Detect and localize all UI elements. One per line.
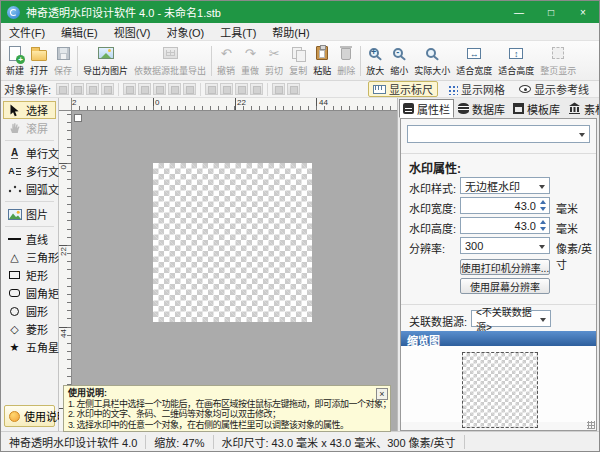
thumbnail-header: 缩览图	[401, 331, 596, 346]
tool-panel: 选择 滚屏 A 单行文字 A 多行文字 圆弧文字 图片	[1, 98, 59, 431]
zoom-out-button[interactable]: 缩小	[387, 43, 411, 79]
tool-circle[interactable]: 圆形	[3, 302, 56, 320]
open-button[interactable]: 打开	[27, 43, 51, 79]
paste-button[interactable]: 粘贴	[310, 43, 334, 79]
fit-width-button[interactable]: 适合宽度	[453, 43, 495, 79]
zoom-in-button[interactable]: 放大	[363, 43, 387, 79]
menu-help[interactable]: 帮助(H)	[264, 24, 317, 40]
diamond-icon: ◇	[7, 324, 22, 335]
width-stepper[interactable]: 43.0	[460, 197, 550, 214]
resolution-combo[interactable]: 300	[460, 237, 550, 254]
tool-star[interactable]: ★ 五角星	[3, 338, 56, 356]
datasource-combo[interactable]: <不关联数据源>	[471, 310, 551, 327]
tool-arc-text[interactable]: 圆弧文字	[3, 180, 56, 198]
tool-rounded-rectangle[interactable]: 圆角矩形	[3, 284, 56, 302]
thumbnail-preview	[462, 352, 538, 428]
actual-size-button[interactable]: 实际大小	[411, 43, 453, 79]
resize-grip-icon[interactable]	[587, 421, 595, 429]
ungroup-icon[interactable]	[287, 83, 300, 95]
note-close-button[interactable]: ×	[376, 388, 388, 400]
fit-width-icon	[467, 44, 481, 62]
copy-button[interactable]: 复制	[286, 43, 310, 79]
show-ruler-button[interactable]: 显示标尺	[368, 81, 438, 97]
menu-object[interactable]: 对象(O)	[158, 24, 212, 40]
tool-triangle[interactable]: △ 三角形	[3, 248, 56, 266]
fit-height-icon	[509, 44, 523, 62]
fit-height-button[interactable]: 适合高度	[495, 43, 537, 79]
tool-separator	[5, 140, 54, 141]
database-icon	[458, 103, 469, 114]
equal-size-icon[interactable]	[250, 83, 263, 95]
align-right-icon[interactable]	[153, 83, 166, 95]
cut-button[interactable]: ✂ 剪切	[262, 43, 286, 79]
align-top-icon[interactable]	[168, 83, 181, 95]
send-backward-icon[interactable]	[71, 83, 84, 95]
export-image-button[interactable]: 导出为图片	[80, 43, 131, 79]
tool-select[interactable]: 选择	[3, 101, 56, 119]
use-screen-resolution-button[interactable]: 使用屏幕分辨率	[460, 278, 550, 294]
spinner-arrows-icon[interactable]	[539, 200, 547, 211]
style-combo[interactable]: 无边框水印	[460, 177, 550, 194]
tab-database[interactable]: 数据库	[454, 99, 509, 118]
maximize-button[interactable]: □	[535, 1, 567, 23]
align-bottom-icon[interactable]	[183, 83, 196, 95]
menu-tools[interactable]: 工具(T)	[212, 24, 264, 40]
redo-button[interactable]: ↷ 重做	[238, 43, 262, 79]
right-panel-tabs: 属性栏 数据库 模板库 素材库	[398, 98, 599, 118]
dropdown-arrow-icon	[539, 185, 545, 189]
watermark-artboard[interactable]	[153, 163, 312, 322]
status-bar: 神奇透明水印设计软件 4.0 缩放: 47% 水印尺寸: 43.0 毫米 x 4…	[1, 431, 599, 451]
distribute-v-icon[interactable]	[235, 83, 248, 95]
usage-note-line: 1. 左侧工具栏中选择一个功能后，在画布区域按住鼠标左键拖动，即可添加一个对象；	[68, 399, 376, 410]
tab-materials[interactable]: 素材库	[564, 99, 600, 118]
minimize-button[interactable]: —	[503, 1, 535, 23]
datasource-label: 关联数据源:	[409, 313, 467, 329]
new-button[interactable]: 新建	[3, 43, 27, 79]
batch-export-button[interactable]: 依数据源批量导出	[131, 43, 209, 79]
single-text-icon: A	[7, 148, 22, 159]
zoom-in-icon	[369, 44, 382, 62]
tool-image[interactable]: 图片	[3, 205, 56, 223]
object-operations-bar: 对象操作: 显示标尺 显示网格 显示参	[1, 81, 599, 98]
save-button[interactable]: 保存	[51, 43, 75, 79]
dropdown-arrow-icon	[539, 245, 545, 249]
close-button[interactable]: ×	[567, 1, 599, 23]
hand-icon	[7, 122, 22, 134]
send-to-back-icon[interactable]	[101, 83, 114, 95]
use-printer-resolution-button[interactable]: 使用打印机分辨率...	[460, 259, 550, 275]
tool-multi-line-text[interactable]: A 多行文字	[3, 162, 56, 180]
align-left-icon[interactable]	[123, 83, 136, 95]
triangle-icon: △	[7, 252, 22, 263]
tab-properties[interactable]: 属性栏	[399, 99, 454, 118]
show-guides-button[interactable]: 显示参考线	[514, 81, 594, 97]
distribute-h-icon[interactable]	[220, 83, 233, 95]
tool-scroll[interactable]: 滚屏	[3, 119, 56, 137]
group-icon[interactable]	[272, 83, 285, 95]
tool-diamond[interactable]: ◇ 菱形	[3, 320, 56, 338]
ruler-label: 22	[237, 98, 246, 107]
export-image-icon	[98, 44, 114, 62]
tool-single-line-text[interactable]: A 单行文字	[3, 144, 56, 162]
bring-forward-icon[interactable]	[56, 83, 69, 95]
ruler-ticks	[67, 114, 71, 431]
tool-rectangle[interactable]: 矩形	[3, 266, 56, 284]
tool-line[interactable]: 直线	[3, 230, 56, 248]
height-stepper[interactable]: 43.0	[460, 217, 550, 234]
tab-templates[interactable]: 模板库	[509, 99, 564, 118]
menu-file[interactable]: 文件(F)	[1, 24, 53, 40]
undo-button[interactable]: ↶ 撤销	[214, 43, 238, 79]
object-selector-combo[interactable]	[407, 125, 590, 143]
align-middle-icon[interactable]	[205, 83, 218, 95]
whole-page-button[interactable]: 整页显示	[537, 43, 579, 79]
align-center-icon[interactable]	[138, 83, 151, 95]
menu-view[interactable]: 视图(V)	[106, 24, 159, 40]
delete-button[interactable]: 删除	[334, 43, 358, 79]
menu-edit[interactable]: 编辑(E)	[53, 24, 106, 40]
show-grid-button[interactable]: 显示网格	[442, 81, 510, 97]
paste-icon	[316, 44, 328, 62]
resolution-label: 分辨率:	[409, 240, 445, 256]
usage-help-button[interactable]: 使用说明	[4, 405, 55, 427]
canvas-area[interactable]: -22 0 22 44 66 0 22 44	[59, 98, 399, 431]
spinner-arrows-icon[interactable]	[539, 220, 547, 231]
bring-to-front-icon[interactable]	[86, 83, 99, 95]
